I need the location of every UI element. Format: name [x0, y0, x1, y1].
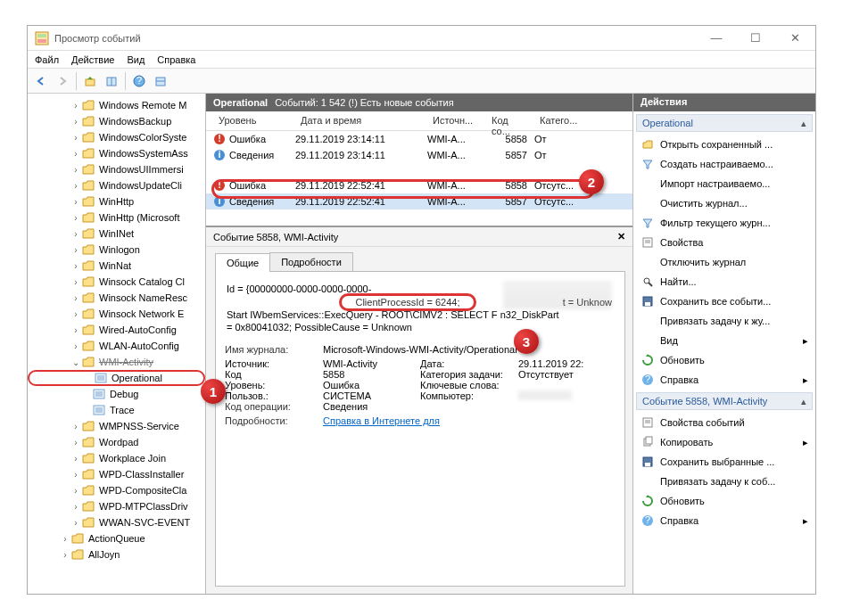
tree-node[interactable]: ›WPD-ClassInstaller — [28, 466, 205, 482]
tree-node[interactable]: ›WinINet — [28, 226, 205, 242]
svg-text:i: i — [218, 195, 220, 206]
event-row[interactable]: !Ошибка29.11.2019 23:14:11WMI-A...5858От — [206, 131, 632, 147]
toolbar: ? — [28, 69, 815, 94]
tree-node[interactable]: ›WPD-MTPClassDriv — [28, 498, 205, 514]
tree-node[interactable]: ›WinHttp (Microsoft — [28, 209, 205, 226]
event-message: Id = {00000000-0000-0000-0000- Start IWb… — [225, 281, 616, 335]
action-item[interactable]: ?Справка▸ — [633, 511, 815, 530]
tree-node[interactable]: ›WinNat — [28, 258, 205, 274]
event-grid[interactable]: Уровень Дата и время Источн... Код со...… — [206, 111, 632, 227]
tree-node[interactable]: ›WPD-CompositeCla — [28, 482, 205, 498]
forward-button[interactable] — [53, 71, 72, 91]
tab-general[interactable]: Общие — [215, 253, 270, 272]
action-item[interactable]: Обновить — [633, 491, 815, 511]
action-item[interactable]: Сохранить выбранные ... — [633, 452, 815, 472]
actions-section-event[interactable]: Событие 5858, WMI-Activity▴ — [636, 392, 813, 410]
detail-title: Событие 5858, WMI-Activity — [213, 232, 338, 242]
svg-text:!: ! — [218, 133, 221, 144]
tree-node[interactable]: ›WLAN-AutoConfig — [28, 338, 205, 354]
tree-node[interactable]: ›Winsock Catalog Cl — [28, 274, 205, 290]
action-item[interactable]: Отключить журнал — [633, 252, 815, 272]
action-item[interactable]: Обновить — [633, 350, 815, 370]
svg-text:i: i — [218, 149, 220, 160]
action-item[interactable]: Фильтр текущего журн... — [633, 213, 815, 233]
tree-node[interactable]: Debug — [28, 386, 205, 402]
detail-close-icon[interactable]: ✕ — [617, 231, 625, 242]
col-code[interactable]: Код со... — [486, 111, 534, 130]
svg-rect-2 — [37, 39, 46, 43]
annotation-badge-2: 2 — [579, 169, 604, 194]
tree-node[interactable]: ›WindowsBackup — [28, 113, 205, 129]
event-row[interactable]: !Ошибка29.11.2019 22:52:41WMI-A...5858От… — [206, 177, 632, 193]
annotation-badge-1: 1 — [201, 379, 226, 404]
tree-node[interactable]: ›AllJoyn — [28, 546, 205, 563]
menu-action[interactable]: Действие — [71, 54, 114, 65]
event-row[interactable]: iСведения29.11.2019 22:52:41WMI-A...5857… — [206, 193, 632, 209]
minimize-button[interactable]: — — [703, 29, 730, 47]
tree-node[interactable]: ›Winsock NameResc — [28, 290, 205, 306]
svg-rect-1 — [37, 34, 46, 37]
tree-node[interactable]: ›WindowsUIImmersi — [28, 161, 205, 177]
event-viewer-window: Просмотр событий — ☐ ✕ Файл Действие Вид… — [27, 25, 816, 595]
svg-rect-43 — [646, 437, 652, 444]
grid-header: Уровень Дата и время Источн... Код со...… — [206, 111, 632, 131]
tree-node[interactable]: Operational — [28, 370, 205, 386]
action-item[interactable]: Открыть сохраненный ... — [633, 135, 815, 154]
tree-node[interactable]: ›Wired-AutoConfig — [28, 322, 205, 338]
menu-help[interactable]: Справка — [157, 54, 195, 65]
event-row[interactable]: iСведения29.11.2019 23:14:11WMI-A...5857… — [206, 147, 632, 163]
tree-node[interactable]: ›Workplace Join — [28, 450, 205, 466]
tree-node[interactable]: ›Winsock Network E — [28, 306, 205, 322]
log-name: Operational — [213, 97, 268, 108]
log-header: Operational Событий: 1 542 (!) Есть новы… — [206, 94, 632, 111]
maximize-button[interactable]: ☐ — [742, 29, 769, 47]
svg-text:?: ? — [136, 75, 142, 86]
action-item[interactable]: Очистить журнал... — [633, 193, 815, 213]
action-item[interactable]: Импорт настраиваемо... — [633, 174, 815, 193]
menu-view[interactable]: Вид — [127, 54, 145, 65]
svg-rect-45 — [645, 463, 650, 466]
actions-pane: Действия Operational▴ Открыть сохраненны… — [633, 94, 815, 594]
tree-node[interactable]: ⌄WMI-Activity — [28, 354, 205, 370]
center-pane: Operational Событий: 1 542 (!) Есть новы… — [206, 94, 633, 594]
col-level[interactable]: Уровень — [213, 111, 295, 130]
action-item[interactable]: Свойства — [633, 233, 815, 252]
tree-node[interactable]: ›WindowsUpdateCli — [28, 177, 205, 193]
tree-node[interactable]: ›WMPNSS-Service — [28, 418, 205, 434]
tree-node[interactable]: ›ActionQueue — [28, 530, 205, 546]
up-button[interactable] — [80, 71, 100, 91]
tree-node[interactable]: ›WWAN-SVC-EVENT — [28, 514, 205, 530]
tree-node[interactable]: ›WindowsColorSyste — [28, 129, 205, 145]
close-button[interactable]: ✕ — [781, 29, 808, 47]
back-button[interactable] — [31, 71, 51, 91]
menubar: Файл Действие Вид Справка — [28, 51, 815, 69]
col-datetime[interactable]: Дата и время — [295, 111, 427, 130]
action-item[interactable]: Привязать задачу к соб... — [633, 472, 815, 491]
tree-node[interactable]: ›WindowsSystemAss — [28, 145, 205, 161]
action-item[interactable]: Копировать▸ — [633, 432, 815, 452]
action-item[interactable]: Найти... — [633, 272, 815, 292]
menu-file[interactable]: Файл — [35, 54, 59, 65]
tab-details[interactable]: Подробности — [269, 252, 353, 271]
window-title: Просмотр событий — [54, 33, 703, 44]
tree-node[interactable]: ›Windows Remote M — [28, 97, 205, 113]
col-source[interactable]: Источн... — [427, 111, 486, 130]
panel-button[interactable] — [102, 71, 121, 91]
action-item[interactable]: Сохранить все событи... — [633, 292, 815, 311]
tree-node[interactable]: ›WinHttp — [28, 193, 205, 209]
action-item[interactable]: Вид▸ — [633, 331, 815, 350]
svg-text:?: ? — [645, 514, 650, 525]
tree-node[interactable]: ›Winlogon — [28, 242, 205, 258]
panel2-button[interactable] — [151, 71, 170, 91]
action-item[interactable]: ?Справка▸ — [633, 370, 815, 390]
help-button[interactable]: ? — [129, 71, 149, 91]
tree-node[interactable]: Trace — [28, 402, 205, 418]
action-item[interactable]: Создать настраиваемо... — [633, 154, 815, 174]
actions-section-operational[interactable]: Operational▴ — [636, 114, 813, 132]
tree-node[interactable]: ›Wordpad — [28, 434, 205, 450]
tree-pane[interactable]: ›Windows Remote M›WindowsBackup›WindowsC… — [28, 94, 206, 594]
col-category[interactable]: Катего... — [534, 111, 590, 130]
online-help-link[interactable]: Справка в Интернете для — [323, 415, 440, 426]
action-item[interactable]: Свойства событий — [633, 413, 815, 432]
action-item[interactable]: Привязать задачу к жу... — [633, 311, 815, 331]
